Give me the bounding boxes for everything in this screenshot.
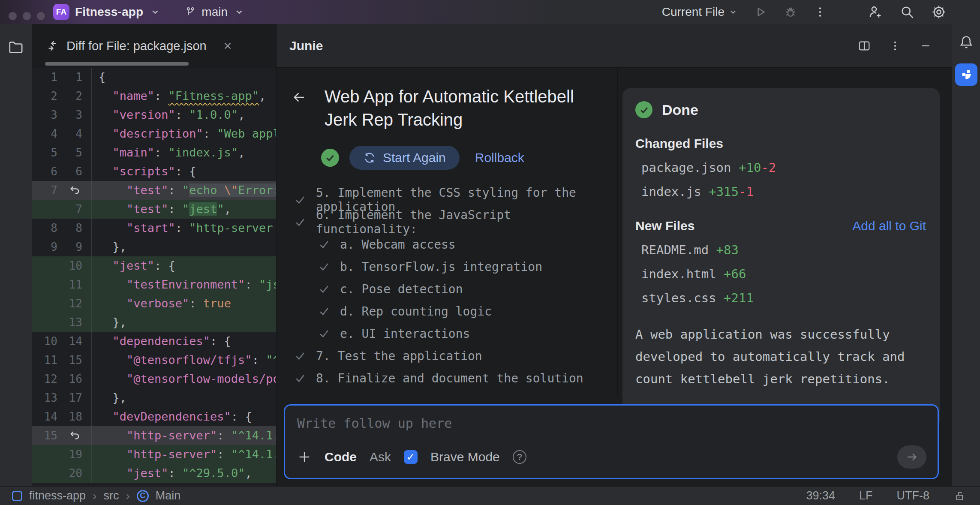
caret-position-widget[interactable]: 39:34	[806, 489, 835, 502]
hide-panel-icon[interactable]	[919, 39, 932, 52]
unlock-icon[interactable]	[953, 490, 966, 502]
file-name[interactable]: index.js	[641, 184, 709, 199]
new-files-list: README.md +83index.html +66styles.css +2…	[635, 243, 926, 305]
junie-tool-window-icon[interactable]	[955, 63, 977, 86]
maximize-window-button[interactable]	[37, 12, 45, 20]
line-separator-widget[interactable]: LF	[859, 489, 873, 502]
added-count: +66	[724, 267, 746, 281]
notifications-bell-icon[interactable]	[958, 34, 974, 51]
brave-mode-label: Brave Mode	[430, 450, 500, 464]
line-number-after: 12	[57, 294, 82, 313]
code-text: "jest": "^29.5.0",	[91, 464, 276, 483]
minimize-window-button[interactable]	[23, 12, 31, 20]
follow-up-input[interactable]: Write follow up here Code Ask ✓ Brave Mo…	[284, 404, 939, 479]
branch-name: main	[201, 5, 228, 19]
task-title: Web App for Automatic Kettlebell Jerk Re…	[325, 85, 604, 131]
breadcrumb-project[interactable]: fitness-app	[29, 489, 86, 502]
file-row[interactable]: index.html +66	[635, 267, 926, 281]
settings-gear-icon[interactable]	[931, 4, 947, 20]
debug-button[interactable]	[784, 5, 797, 19]
code-with-me-icon[interactable]	[868, 4, 883, 20]
rollback-link[interactable]: Rollback	[475, 150, 524, 165]
done-check-icon	[635, 101, 652, 118]
split-view-icon[interactable]	[857, 39, 871, 53]
file-row[interactable]: package.json +10-2	[635, 160, 926, 175]
check-icon	[318, 238, 331, 251]
start-again-button[interactable]: Start Again	[349, 146, 460, 170]
added-count: +211	[724, 291, 754, 305]
line-number-after: 3	[57, 105, 82, 124]
right-tool-rail	[952, 24, 980, 486]
line-number-after: 14	[57, 332, 82, 351]
file-row[interactable]: README.md +83	[635, 243, 926, 257]
summary-text: A web application was successfully devel…	[635, 323, 926, 390]
file-name[interactable]: index.html	[641, 267, 724, 281]
run-button[interactable]	[754, 5, 767, 19]
brave-mode-checkbox[interactable]: ✓	[404, 450, 418, 464]
check-icon	[318, 327, 331, 340]
line-number-after: 16	[57, 370, 82, 388]
file-name[interactable]: README.md	[641, 243, 716, 257]
line-number-after: 18	[57, 407, 82, 426]
encoding-widget[interactable]: UTF-8	[897, 489, 930, 502]
class-icon: C	[137, 490, 149, 502]
code-text: "@tensorflow-models/po	[91, 370, 276, 388]
editor-line: 1418 "devDependencies": {	[32, 407, 276, 426]
back-arrow-icon[interactable]	[291, 89, 307, 131]
line-number-after: 15	[57, 351, 82, 370]
search-everywhere-icon[interactable]	[899, 4, 915, 20]
editor-line: 20 "jest": "^29.5.0",	[32, 464, 276, 483]
tab-diff-package-json[interactable]: Diff for File: package.json	[32, 39, 233, 53]
line-number-before: 7	[32, 181, 57, 200]
code-text: "test": "jest",	[91, 200, 276, 219]
breadcrumb-class[interactable]: Main	[156, 489, 181, 502]
window-controls	[9, 12, 45, 20]
help-icon[interactable]: ?	[513, 450, 526, 464]
code-text: "verbose": true	[91, 294, 276, 313]
gutter-spacer	[82, 124, 91, 143]
gutter-spacer	[82, 313, 91, 332]
project-selector[interactable]: Fitness-app	[75, 5, 143, 19]
added-count: +83	[716, 243, 739, 257]
diff-editor[interactable]: 11{22 "name": "Fitness-app",33 "version"…	[32, 68, 276, 486]
file-name[interactable]: package.json	[641, 160, 739, 175]
subtask-item: a. Webcam access	[294, 233, 604, 256]
mode-ask-button[interactable]: Ask	[370, 450, 391, 464]
close-window-button[interactable]	[9, 12, 17, 20]
done-card: Done Changed Files package.json +10-2ind…	[622, 88, 940, 429]
close-tab-icon[interactable]	[222, 40, 233, 51]
title-bar: FA Fitness-app main Current F	[0, 0, 980, 24]
task-list: 5. Implement the CSS styling for the app…	[294, 189, 604, 389]
file-row[interactable]: index.js +315-1	[635, 184, 926, 199]
task-done-check-icon	[321, 149, 339, 167]
check-icon	[318, 305, 331, 318]
task-label: e. UI interactions	[340, 327, 470, 341]
file-row[interactable]: styles.css +211	[635, 291, 926, 305]
line-number-before: 8	[32, 219, 57, 237]
file-name[interactable]: styles.css	[641, 291, 724, 305]
panel-options-menu[interactable]	[889, 40, 901, 52]
attach-plus-icon[interactable]	[297, 450, 312, 464]
send-button[interactable]	[897, 445, 926, 469]
mode-code-button[interactable]: Code	[325, 450, 357, 464]
add-all-to-git-link[interactable]: Add all to Git	[852, 219, 926, 233]
editor-line: 1216 "@tensorflow-models/po	[32, 370, 276, 388]
editor-tab-bar: Diff for File: package.json	[32, 24, 276, 68]
vcs-widget[interactable]: main	[184, 5, 244, 19]
code-text: "dependencies": {	[91, 332, 276, 351]
panel-title: Junie	[289, 39, 323, 53]
breadcrumb-dir[interactable]: src	[103, 489, 119, 502]
chevron-down-icon	[150, 7, 160, 17]
code-text: "jest": {	[91, 256, 276, 275]
run-configuration-selector[interactable]: Current File	[662, 5, 737, 19]
project-root-icon	[12, 491, 22, 501]
revert-change-icon[interactable]	[69, 184, 81, 197]
revert-change-icon[interactable]	[69, 429, 81, 442]
editor-line: 1014 "dependencies": {	[32, 332, 276, 351]
more-actions-menu[interactable]	[814, 6, 827, 18]
editor-line: 1115 "@tensorflow/tfjs": "^	[32, 351, 276, 370]
gutter-spacer	[82, 332, 91, 351]
project-tool-window-icon[interactable]	[7, 39, 24, 56]
diff-icon	[45, 39, 60, 53]
subtask-item: e. UI interactions	[294, 322, 604, 345]
